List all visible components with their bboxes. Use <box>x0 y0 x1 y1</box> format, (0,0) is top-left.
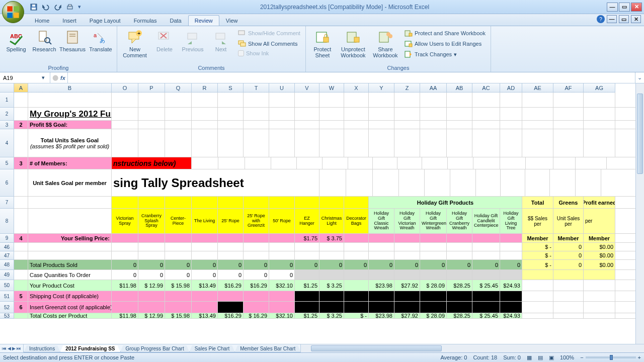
cell[interactable]: $28.25 <box>447 280 472 291</box>
cell[interactable] <box>584 108 615 121</box>
cell[interactable] <box>319 291 344 302</box>
minimize-button[interactable]: — <box>607 3 618 12</box>
cell[interactable] <box>138 234 165 243</box>
cell[interactable]: Your Selling Price: <box>28 234 112 243</box>
cell[interactable] <box>138 93 165 108</box>
cell[interactable]: # of Members: <box>28 157 112 169</box>
cell[interactable]: Holiday Gift Classic Wreath <box>369 209 394 234</box>
row-header[interactable]: 8 <box>0 209 14 234</box>
cell[interactable] <box>522 280 553 291</box>
track-changes-button[interactable]: Track Changes ▾ <box>403 49 488 59</box>
cell[interactable] <box>112 234 138 243</box>
cell[interactable] <box>112 302 138 313</box>
cell[interactable]: Holiday Gift Wintergreen Wreath <box>420 209 447 234</box>
cell[interactable] <box>244 197 269 209</box>
sheet-nav-prev-icon[interactable]: ◀ <box>8 346 11 351</box>
tab-formulas[interactable]: Formulas <box>127 15 164 26</box>
cell[interactable] <box>192 291 218 302</box>
cell[interactable]: Case Quanities To Order <box>28 270 112 280</box>
cell[interactable]: EZ Hanger <box>295 209 319 234</box>
cell[interactable] <box>501 169 525 197</box>
cell[interactable] <box>472 291 500 302</box>
cell[interactable] <box>472 129 500 157</box>
cell[interactable] <box>244 93 269 108</box>
cell[interactable]: 0 <box>553 243 584 251</box>
cell[interactable] <box>522 129 553 157</box>
protect-share-workbook-button[interactable]: Protect and Share Workbook <box>403 28 488 38</box>
cell[interactable]: 50' Rope <box>269 209 295 234</box>
row-header[interactable]: 52 <box>0 302 14 313</box>
cell[interactable] <box>244 129 269 157</box>
cell[interactable]: 0 <box>218 260 244 270</box>
cell[interactable]: Member <box>553 234 584 243</box>
office-button[interactable] <box>2 1 24 23</box>
fx-icon[interactable]: fx <box>60 75 65 81</box>
cell[interactable] <box>112 243 138 251</box>
cell[interactable]: $16.29 <box>218 313 244 319</box>
col-header-AA[interactable]: AA <box>420 83 447 93</box>
col-header-Q[interactable]: Q <box>165 83 192 93</box>
cell[interactable] <box>165 291 192 302</box>
cell[interactable]: 0 <box>319 260 344 270</box>
cell[interactable]: 0 <box>472 260 500 270</box>
formula-input[interactable] <box>68 72 635 83</box>
col-header-AF[interactable]: AF <box>553 83 584 93</box>
cell[interactable] <box>584 93 615 108</box>
cell[interactable] <box>472 93 500 108</box>
research-button[interactable]: Research <box>31 28 57 53</box>
cell[interactable] <box>447 251 472 260</box>
cell[interactable] <box>271 157 297 169</box>
cell[interactable]: per <box>584 209 615 234</box>
cell[interactable] <box>472 234 500 243</box>
cell[interactable] <box>165 93 192 108</box>
namebox-dropdown-icon[interactable]: ▾ <box>40 74 47 81</box>
cell[interactable]: Total Products Sold <box>28 260 112 270</box>
cell[interactable] <box>138 291 165 302</box>
cell[interactable]: 25' Rope with Greenzit <box>244 209 269 234</box>
cell[interactable] <box>584 280 615 291</box>
cell[interactable] <box>344 291 369 302</box>
cell[interactable] <box>165 108 192 121</box>
cell[interactable] <box>525 169 550 197</box>
cell[interactable]: $32.10 <box>269 280 295 291</box>
cell[interactable] <box>553 121 584 129</box>
cell[interactable]: 0 <box>112 270 138 280</box>
view-pagebreak-icon[interactable]: ▣ <box>549 354 554 361</box>
cell[interactable]: Center-Piece <box>165 209 192 234</box>
cell[interactable]: 0 <box>192 260 218 270</box>
cell[interactable] <box>165 243 192 251</box>
cell[interactable] <box>344 280 369 291</box>
sheet-tab[interactable]: Sales Pie Chart <box>189 345 235 352</box>
cell[interactable]: 2 <box>14 121 28 129</box>
col-header-AE[interactable]: AE <box>522 83 553 93</box>
cell[interactable]: 25' Rope <box>218 209 244 234</box>
cell[interactable] <box>397 157 422 169</box>
cell[interactable] <box>14 313 28 319</box>
cell[interactable] <box>218 108 244 121</box>
cell[interactable]: 0 <box>192 270 218 280</box>
cell[interactable] <box>244 234 269 243</box>
cell[interactable] <box>394 121 420 129</box>
sheet-tab[interactable]: Group Progress Bar Chart <box>120 345 190 352</box>
cell[interactable]: Cranberry Splash Spray <box>138 209 165 234</box>
cell[interactable] <box>218 234 244 243</box>
cell[interactable]: 0 <box>447 260 472 270</box>
cell[interactable] <box>218 243 244 251</box>
cell[interactable] <box>420 270 447 280</box>
cell[interactable]: Christmas Light <box>319 209 344 234</box>
cell[interactable] <box>165 197 192 209</box>
cell[interactable] <box>218 291 244 302</box>
print-preview-icon[interactable] <box>64 2 75 13</box>
cell[interactable] <box>553 129 584 157</box>
cell[interactable] <box>112 197 138 209</box>
cell[interactable] <box>420 108 447 121</box>
cell[interactable]: $16.29 <box>244 280 269 291</box>
row-header[interactable]: 53 <box>0 313 14 319</box>
cell[interactable]: 0 <box>112 260 138 270</box>
cell[interactable]: 0 <box>295 260 319 270</box>
cell[interactable] <box>522 121 553 129</box>
cell[interactable] <box>447 108 472 121</box>
cell[interactable] <box>584 129 615 157</box>
cell[interactable] <box>319 169 346 197</box>
share-workbook-button[interactable]: Share Workbook <box>370 28 400 59</box>
